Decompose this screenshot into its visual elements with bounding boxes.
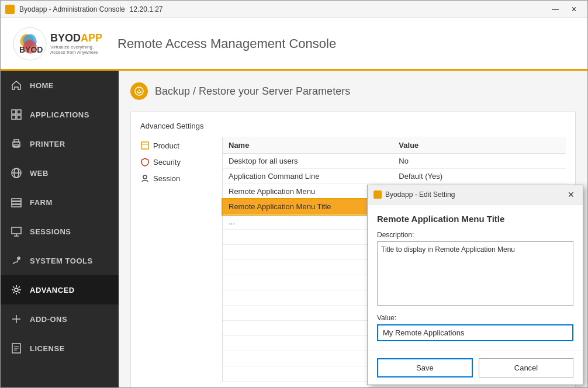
session-nav-icon: [140, 174, 150, 183]
app-icon: [5, 5, 15, 14]
settings-nav: Product Security: [140, 137, 222, 382]
sidebar-label-farm: FARM: [30, 198, 53, 207]
svg-rect-5: [17, 115, 21, 119]
sidebar-item-sessions[interactable]: SESSIONS: [1, 217, 119, 246]
dialog-description-label: Description:: [377, 231, 573, 239]
dialog-title-text: Byodapp - Edit Setting: [385, 190, 455, 199]
settings-nav-security-label: Security: [153, 158, 181, 167]
page-title: Backup / Restore your Server Parameters: [155, 85, 350, 98]
table-row-value: Default (Yes): [393, 169, 566, 184]
settings-nav-session[interactable]: Session: [140, 170, 222, 186]
logo-byod: BYOD: [50, 32, 81, 44]
titlebar-title: Byodapp - Administration Console: [19, 5, 125, 13]
sidebar-item-web[interactable]: WEB: [1, 158, 119, 188]
svg-rect-13: [12, 202, 21, 204]
security-icon: [140, 157, 150, 167]
dialog-value-label: Value:: [377, 314, 573, 322]
sidebar-label-add-ons: ADD-ONS: [30, 315, 67, 324]
sidebar-item-add-ons[interactable]: ADD-ONS: [1, 304, 119, 334]
sessions-icon: [10, 225, 23, 238]
dialog-cancel-button[interactable]: Cancel: [479, 358, 573, 377]
logo-text: BYODAPP Virtualize everything. Access fr…: [50, 32, 106, 55]
sidebar: HOME APPLICATIONS PRINTER: [1, 71, 119, 388]
sidebar-label-applications: APPLICATIONS: [30, 110, 89, 119]
sidebar-label-home: HOME: [30, 81, 54, 90]
titlebar-left: Byodapp - Administration Console 12.20.1…: [5, 5, 163, 14]
printer-icon: [10, 137, 23, 150]
advanced-settings-label: Advanced Settings: [140, 122, 566, 130]
svg-rect-8: [14, 145, 19, 147]
settings-nav-product-label: Product: [153, 141, 179, 150]
table-row-name[interactable]: Application Command Line: [223, 169, 393, 184]
col-name-header: Name: [223, 137, 393, 154]
svg-rect-3: [17, 110, 21, 114]
svg-rect-2: [12, 110, 16, 114]
svg-rect-26: [141, 142, 148, 149]
col-value-header: Value: [393, 137, 566, 154]
svg-point-19: [15, 288, 18, 292]
system-tools-icon: [10, 254, 23, 267]
main-layout: HOME APPLICATIONS PRINTER: [1, 71, 587, 388]
dialog-description-textarea[interactable]: [377, 241, 573, 306]
sidebar-item-applications[interactable]: APPLICATIONS: [1, 100, 119, 129]
logo-icon: BYOD: [12, 26, 47, 61]
sidebar-item-printer[interactable]: PRINTER: [1, 129, 119, 158]
dialog-content: Remote Application Menu Title Descriptio…: [368, 205, 583, 351]
settings-nav-session-label: Session: [153, 174, 180, 183]
applications-icon: [10, 108, 23, 121]
logo-app: APP: [81, 32, 102, 44]
sidebar-item-license[interactable]: LICENSE: [1, 334, 119, 363]
dialog-title-left: Byodapp - Edit Setting: [373, 190, 455, 199]
content-area: Backup / Restore your Server Parameters …: [119, 71, 587, 388]
sidebar-label-system-tools: SYSTEM TOOLS: [30, 257, 93, 265]
sidebar-item-system-tools[interactable]: SYSTEM TOOLS: [1, 246, 119, 275]
dialog-titlebar: Byodapp - Edit Setting ✕: [368, 185, 583, 205]
dialog-buttons: Save Cancel: [368, 351, 583, 384]
svg-rect-12: [12, 199, 21, 201]
svg-rect-14: [12, 205, 21, 207]
sidebar-item-home[interactable]: HOME: [1, 71, 119, 100]
home-icon: [10, 79, 23, 92]
page-header-icon: [130, 82, 148, 100]
titlebar-controls: — ✕: [547, 1, 583, 18]
titlebar: Byodapp - Administration Console 12.20.1…: [1, 1, 587, 18]
console-title: Remote Access Management Console: [117, 36, 336, 51]
app-header: BYOD BYODAPP Virtualize everything. Acce…: [1, 18, 587, 71]
sidebar-label-advanced: ADVANCED: [30, 286, 75, 295]
dialog-icon: [373, 190, 382, 199]
table-row-value: No: [393, 154, 566, 169]
page-header: Backup / Restore your Server Parameters: [130, 82, 576, 100]
svg-text:BYOD: BYOD: [19, 45, 43, 54]
web-icon: [10, 167, 23, 179]
logo-tagline: Virtualize everything. Access from Anywh…: [50, 44, 106, 55]
sidebar-label-printer: PRINTER: [30, 140, 65, 148]
svg-rect-7: [14, 140, 19, 142]
svg-point-28: [143, 175, 147, 179]
svg-rect-4: [12, 115, 16, 119]
farm-icon: [10, 196, 23, 209]
license-icon: [10, 342, 23, 355]
table-row-name[interactable]: Desktop for all users: [223, 154, 393, 169]
edit-setting-dialog: Byodapp - Edit Setting ✕ Remote Applicat…: [367, 185, 583, 385]
sidebar-label-sessions: SESSIONS: [30, 227, 71, 236]
dialog-save-button[interactable]: Save: [377, 358, 473, 377]
dialog-close-button[interactable]: ✕: [565, 189, 577, 200]
minimize-button[interactable]: —: [547, 1, 564, 18]
settings-nav-security[interactable]: Security: [140, 154, 222, 170]
logo-area: BYOD BYODAPP Virtualize everything. Acce…: [12, 26, 106, 61]
sidebar-label-license: LICENSE: [30, 344, 65, 353]
close-button[interactable]: ✕: [565, 1, 583, 18]
advanced-icon: [10, 283, 23, 296]
add-ons-icon: [10, 313, 23, 325]
sidebar-item-advanced[interactable]: ADVANCED: [1, 275, 119, 304]
sidebar-label-web: WEB: [30, 169, 49, 178]
settings-nav-product[interactable]: Product: [140, 137, 222, 154]
titlebar-version: 12.20.1.27: [130, 5, 163, 13]
dialog-value-input[interactable]: [377, 324, 573, 341]
svg-rect-15: [12, 227, 21, 234]
sidebar-item-farm[interactable]: FARM: [1, 188, 119, 217]
product-icon: [140, 141, 150, 150]
dialog-heading: Remote Application Menu Title: [377, 214, 573, 224]
